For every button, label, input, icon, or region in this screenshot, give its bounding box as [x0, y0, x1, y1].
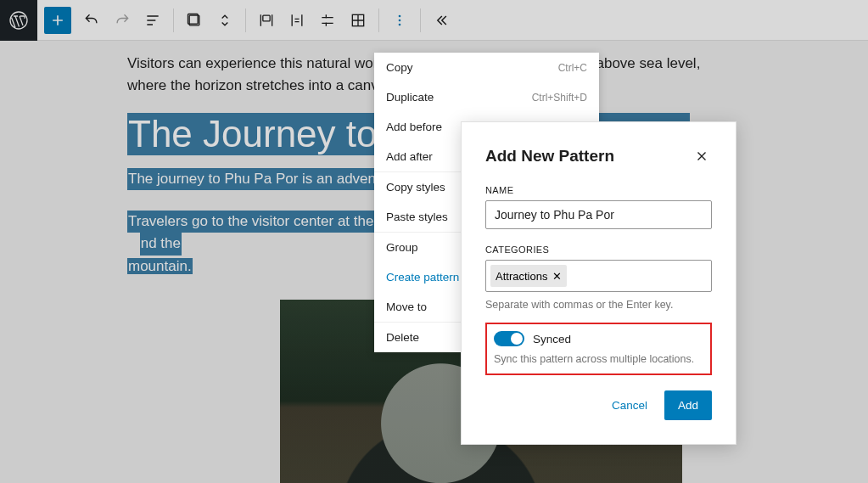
- add-button[interactable]: Add: [664, 390, 712, 420]
- category-tag[interactable]: Attractions ✕: [490, 265, 567, 287]
- undo-button[interactable]: [76, 5, 107, 36]
- categories-label: Categories: [485, 244, 712, 255]
- toolbar-divider: [173, 8, 174, 32]
- collapse-toolbar-button[interactable]: [426, 5, 456, 36]
- dialog-title: Add New Pattern: [485, 147, 614, 166]
- svg-rect-3: [263, 15, 270, 21]
- document-overview-button[interactable]: [137, 5, 168, 36]
- synced-description: Sync this pattern across multiple locati…: [494, 353, 703, 365]
- editor-toolbar: [0, 0, 868, 41]
- toolbar-divider: [378, 8, 379, 32]
- options-button[interactable]: [384, 5, 415, 36]
- add-block-button[interactable]: [44, 7, 71, 34]
- wordpress-logo[interactable]: [0, 0, 37, 41]
- dialog-actions: Cancel Add: [485, 390, 712, 420]
- menu-item-copy[interactable]: CopyCtrl+C: [374, 53, 599, 82]
- close-button[interactable]: [692, 146, 712, 166]
- toolbar-divider: [245, 8, 246, 32]
- categories-help-text: Separate with commas or the Enter key.: [485, 299, 712, 311]
- svg-point-5: [399, 14, 401, 17]
- synced-toggle[interactable]: [494, 331, 524, 346]
- grid-button[interactable]: [343, 5, 373, 36]
- toolbar-divider: [420, 8, 421, 32]
- name-label: Name: [485, 185, 712, 195]
- synced-toggle-label: Synced: [533, 333, 571, 345]
- svg-point-7: [399, 23, 401, 25]
- categories-input[interactable]: Attractions ✕: [485, 260, 712, 292]
- add-pattern-dialog: Add New Pattern Name Categories Attracti…: [461, 121, 736, 445]
- pattern-name-input[interactable]: [485, 200, 712, 229]
- svg-point-6: [399, 19, 401, 21]
- menu-item-duplicate[interactable]: DuplicateCtrl+Shift+D: [374, 82, 599, 112]
- cancel-button[interactable]: Cancel: [607, 392, 652, 418]
- row-button[interactable]: [312, 5, 343, 36]
- redo-button[interactable]: [107, 5, 137, 36]
- move-updown-button[interactable]: [210, 5, 240, 36]
- synced-highlight-box: Synced Sync this pattern across multiple…: [485, 323, 712, 375]
- justify-button[interactable]: [282, 5, 312, 36]
- remove-tag-icon[interactable]: ✕: [552, 270, 562, 283]
- align-button[interactable]: [251, 5, 282, 36]
- block-type-button[interactable]: [179, 5, 210, 36]
